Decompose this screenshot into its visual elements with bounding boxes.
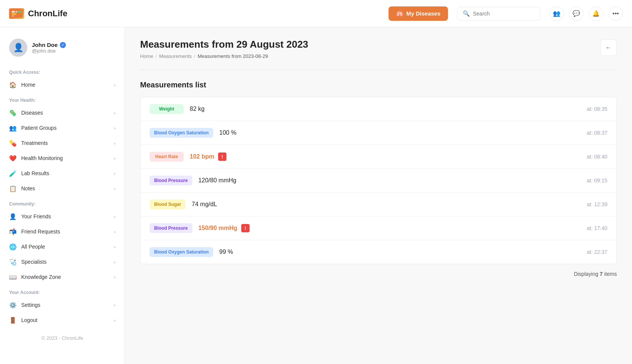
table-row: Blood Oxygen Saturation99 %at: 22:37	[140, 240, 616, 264]
your-account-label: Your Account:	[0, 285, 125, 297]
logo-text: ChronLife	[28, 9, 67, 19]
people-icon-button[interactable]: 👥	[549, 6, 564, 21]
measurement-value: 100 %	[219, 129, 581, 136]
table-row: Heart Rate102 bpm!at: 08:40	[140, 145, 616, 169]
search-icon: 🔍	[463, 10, 470, 17]
sidebar-item-settings[interactable]: ⚙️ Settings ›	[0, 297, 125, 313]
svg-rect-2	[12, 13, 16, 15]
logo-icon	[9, 8, 24, 19]
divider	[140, 70, 617, 70]
user-info: John Doe ✓ @john.doe	[32, 42, 66, 54]
chevron-right-icon: ›	[114, 214, 115, 219]
breadcrumb-home[interactable]: Home	[140, 53, 153, 59]
sidebar-item-specialists[interactable]: 🩺 Specialists ›	[0, 254, 125, 269]
chevron-right-icon: ›	[114, 140, 115, 146]
sidebar-health-monitoring-label: Health Monitoring	[21, 155, 63, 161]
sidebar-item-health-monitoring[interactable]: ❤️ Health Monitoring ›	[0, 151, 125, 166]
measurement-value: 99 %	[219, 249, 581, 255]
back-arrow-icon: ←	[605, 44, 612, 51]
alert-badge: !	[241, 224, 250, 232]
measurement-tag: Blood Oxygen Saturation	[150, 128, 213, 138]
sidebar-item-logout[interactable]: 🚪 Logout ›	[0, 313, 125, 328]
my-diseases-label: My Diseases	[406, 10, 440, 17]
measurement-time: at: 17:40	[587, 225, 608, 231]
measurement-tag: Blood Sugar	[150, 199, 186, 209]
settings-icon: ⚙️	[9, 301, 17, 309]
sidebar-settings-label: Settings	[21, 302, 41, 308]
sidebar-item-home[interactable]: 🏠 Home ›	[0, 77, 125, 92]
sidebar-friend-requests-label: Friend Requests	[21, 229, 60, 235]
chevron-right-icon: ›	[114, 171, 115, 176]
table-row: Blood Pressure150/90 mmHg!at: 17:40	[140, 216, 616, 240]
breadcrumb: Home / Measurements / Measurements from …	[140, 53, 617, 59]
sidebar-item-your-friends[interactable]: 👤 Your Friends ›	[0, 209, 125, 224]
measurement-value: 74 mg/dL	[192, 201, 581, 208]
sidebar-footer: © 2023 - ChronLife	[0, 328, 125, 348]
quick-access-label: Quick Access:	[0, 64, 125, 77]
measurement-time: at: 22:37	[587, 249, 608, 255]
your-friends-icon: 👤	[9, 213, 17, 220]
measurement-time: at: 09:15	[587, 177, 608, 184]
layout: 👤 John Doe ✓ @john.doe Quick Access: 🏠 H…	[0, 27, 632, 364]
sidebar-treatments-label: Treatments	[21, 140, 48, 146]
health-monitoring-icon: ❤️	[9, 154, 17, 162]
main-content: Measurements from 29 August 2023 Home / …	[125, 27, 632, 364]
measurement-tag: Heart Rate	[150, 152, 184, 162]
display-count-prefix: Displaying	[574, 271, 599, 277]
sidebar-item-patient-groups[interactable]: 👥 Patient Groups ›	[0, 120, 125, 135]
back-button[interactable]: ←	[600, 39, 617, 56]
chevron-right-icon: ›	[114, 125, 115, 131]
notifications-icon-button[interactable]: 🔔	[589, 6, 603, 21]
sidebar-item-lab-results[interactable]: 🧪 Lab Results ›	[0, 166, 125, 181]
user-name: John Doe ✓	[32, 42, 66, 48]
verified-badge: ✓	[60, 42, 66, 48]
notes-icon: 📋	[9, 185, 17, 192]
breadcrumb-measurements[interactable]: Measurements	[159, 53, 192, 59]
page-header: Measurements from 29 August 2023 Home / …	[140, 39, 617, 59]
measurement-tag: Blood Pressure	[150, 176, 192, 185]
sidebar-notes-label: Notes	[21, 185, 35, 191]
measurement-time: at: 08:37	[587, 130, 608, 136]
svg-rect-1	[12, 11, 15, 12]
chevron-right-icon: ›	[114, 259, 115, 265]
people-icon: 👥	[553, 10, 560, 17]
my-diseases-button[interactable]: 🫁 My Diseases	[389, 6, 448, 21]
breadcrumb-sep-2: /	[194, 53, 195, 59]
sidebar-lab-results-label: Lab Results	[21, 170, 49, 176]
my-diseases-icon: 🫁	[396, 10, 403, 17]
measurement-time: at: 08:40	[587, 154, 608, 160]
sidebar-item-treatments[interactable]: 💊 Treatments ›	[0, 135, 125, 151]
table-row: Weight82 kgat: 08:35	[140, 97, 616, 121]
search-input[interactable]	[473, 11, 535, 17]
logo[interactable]: ChronLife	[9, 8, 67, 19]
sidebar-item-friend-requests[interactable]: 📬 Friend Requests ›	[0, 224, 125, 239]
sidebar-item-notes[interactable]: 📋 Notes ›	[0, 181, 125, 196]
measurement-value: 102 bpm!	[190, 152, 581, 161]
display-count-suffix: items	[603, 271, 617, 277]
sidebar-item-diseases[interactable]: 🦠 Diseases ›	[0, 105, 125, 120]
chevron-right-icon: ›	[114, 110, 115, 116]
sidebar-all-people-label: All People	[21, 244, 45, 250]
measurement-tag: Weight	[150, 104, 184, 114]
search-box: 🔍	[457, 7, 540, 20]
messages-icon-button[interactable]: 💬	[569, 6, 584, 21]
home-icon: 🏠	[9, 81, 17, 89]
measurements-list: Weight82 kgat: 08:35Blood Oxygen Saturat…	[140, 97, 617, 264]
more-options-button[interactable]: •••	[609, 6, 623, 21]
chevron-right-icon: ›	[114, 244, 115, 250]
sidebar-item-knowledge-zone[interactable]: 📖 Knowledge Zone ›	[0, 269, 125, 285]
sidebar-specialists-label: Specialists	[21, 259, 47, 265]
nav-icons: 👥 💬 🔔 •••	[549, 6, 623, 21]
user-handle: @john.doe	[32, 48, 66, 54]
footer-text: © 2023 - ChronLife	[41, 335, 83, 341]
measurement-value: 82 kg	[190, 106, 581, 112]
table-row: Blood Sugar74 mg/dLat: 12:39	[140, 193, 616, 216]
measurement-tag: Blood Pressure	[150, 223, 192, 233]
breadcrumb-sep-1: /	[156, 53, 157, 59]
sidebar-knowledge-zone-label: Knowledge Zone	[21, 274, 61, 280]
messages-icon: 💬	[573, 10, 580, 17]
chevron-right-icon: ›	[114, 156, 115, 161]
sidebar-patient-groups-label: Patient Groups	[21, 125, 56, 131]
sidebar-logout-label: Logout	[21, 317, 37, 323]
sidebar-item-all-people[interactable]: 🌐 All People ›	[0, 239, 125, 254]
